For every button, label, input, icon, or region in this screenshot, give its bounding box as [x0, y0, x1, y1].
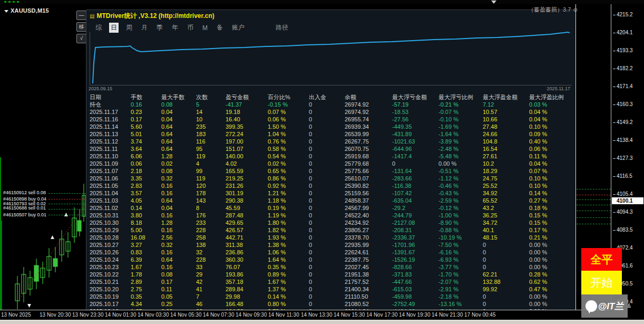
- table-row: 2025.10.273.270.32138311.381.38 %022935.…: [90, 241, 575, 249]
- chevron-down-icon: [4, 10, 8, 13]
- table-cell: -10.19 %: [438, 234, 483, 241]
- table-row: 2025.11.090.060.0244.020.02 %025779.6800…: [90, 160, 575, 167]
- table-cell: 2025.10.30: [90, 219, 131, 226]
- order-line: [48, 193, 86, 194]
- time-axis[interactable]: 13 Nov 202513 Nov 20:3013 Nov 23:3014 No…: [0, 310, 644, 320]
- table-cell: 33: [196, 263, 226, 271]
- column-header: 余额: [345, 93, 392, 101]
- price-tick-label: 4083.5: [617, 227, 633, 233]
- table-cell: 176: [196, 212, 226, 219]
- table-cell: -3.77 %: [438, 263, 483, 271]
- time-tick-label: 14 Nov 07:30: [203, 312, 235, 318]
- table-cell: -1391.67: [392, 249, 438, 256]
- table-cell: 442.71: [226, 234, 268, 241]
- table-cell: 0.09 %: [529, 130, 569, 138]
- table-cell: -1.69 %: [438, 123, 483, 130]
- table-cell: 0.17: [131, 116, 161, 123]
- table-cell: -18.53: [392, 108, 438, 116]
- table-cell: 24.75: [483, 175, 529, 182]
- table-row: 2025.11.020.140.04845.590.19 %024567.99-…: [90, 204, 575, 212]
- table-cell: 0.83: [131, 249, 161, 256]
- panel-side-button-0[interactable]: —: [76, 11, 86, 20]
- panel-side-button-2[interactable]: √: [76, 34, 86, 43]
- table-cell: 0.65 %: [268, 167, 309, 175]
- table-cell: -431.89: [392, 130, 438, 138]
- table-cell: 0: [309, 130, 345, 138]
- table-cell: 2025.10.28: [90, 234, 131, 241]
- table-cell: 0: [309, 123, 345, 130]
- table-cell: 1.28: [161, 153, 196, 160]
- chevron-down-icon[interactable]: [491, 1, 496, 4]
- table-cell: 2025.11.10: [90, 153, 131, 160]
- table-cell: 95: [196, 145, 226, 153]
- column-header: 日期: [90, 93, 131, 101]
- table-cell: 26974.92: [345, 101, 392, 108]
- table-cell: 1.93 %: [268, 234, 309, 241]
- table-cell: -8.90 %: [438, 219, 483, 226]
- table-cell: 2025.11.14: [90, 123, 131, 130]
- table-cell: -615.03: [392, 285, 438, 293]
- candlestick-chart: [0, 4, 86, 310]
- price-tick-label: 4138.4: [617, 137, 633, 143]
- table-cell: 5.60: [131, 123, 161, 130]
- table-cell: 219.25: [226, 175, 268, 182]
- price-chart[interactable]: XAUUSD,M15: [0, 4, 86, 310]
- table-cell: -0.21 %: [438, 101, 483, 108]
- table-cell: 0.76 %: [268, 138, 309, 145]
- table-row: 2025.11.145.600.64235399.351.50 %026939.…: [90, 123, 575, 130]
- table-row: 2025.10.246.390.64228360.301.64 %022387.…: [90, 256, 575, 263]
- panel-right-border: [575, 4, 576, 310]
- table-cell: -2752.49: [392, 300, 438, 308]
- close-all-button[interactable]: 全平: [581, 248, 622, 271]
- table-cell: 0: [309, 234, 345, 241]
- table-cell: 7: [196, 293, 226, 300]
- table-cell: 0: [483, 256, 529, 263]
- toolbar-decoration: [4, 1, 20, 3]
- table-cell: 0.16: [131, 101, 161, 108]
- table-cell: 10.57: [483, 108, 529, 116]
- table-cell: -1526.19: [392, 256, 438, 263]
- table-cell: 0.62 %: [529, 278, 569, 285]
- table-cell: -2.18 %: [438, 293, 483, 300]
- table-cell: -208.31: [392, 226, 438, 234]
- current-price-marker: 4100.1: [612, 197, 643, 204]
- table-cell: 40.1: [483, 226, 529, 234]
- table-cell: 429.65: [226, 219, 268, 226]
- stop-line: [577, 195, 611, 195]
- table-cell: 99.92: [483, 285, 529, 293]
- table-cell: 24858.37: [345, 197, 392, 204]
- chart-start-date: 2025.09.15: [89, 86, 112, 91]
- table-cell: 0: [309, 293, 345, 300]
- price-tick-label: 4204.1: [617, 30, 633, 35]
- table-cell: 6.39: [131, 256, 161, 263]
- table-cell: 197.00: [226, 138, 268, 145]
- table-cell: 0.15 %: [529, 219, 569, 226]
- table-cell: 2025.10.27: [90, 241, 131, 249]
- table-cell: -644.96: [392, 145, 438, 153]
- table-cell: 46: [196, 300, 226, 308]
- table-cell: -0.88 %: [438, 226, 483, 234]
- table-cell: 0.17 %: [529, 226, 569, 234]
- panel-icon: ▤: [90, 13, 94, 19]
- table-cell: 0.06: [131, 160, 161, 167]
- time-tick-label: 14 Nov 17:30: [366, 312, 398, 318]
- start-button[interactable]: 开始: [581, 271, 622, 294]
- table-cell: 2025.11.03: [90, 197, 131, 204]
- table-cell: 178: [196, 189, 226, 197]
- table-row: 2025.11.113.640.6495151.070.58 %026070.7…: [90, 145, 575, 153]
- table-cell: 0: [309, 249, 345, 256]
- table-cell: 2025.10.24: [90, 256, 131, 263]
- panel-side-button-1[interactable]: 移: [76, 22, 86, 32]
- table-cell: 258: [196, 234, 226, 241]
- table-cell: 2025.11.02: [90, 204, 131, 212]
- order-line: [48, 204, 86, 204]
- table-cell: 0.08: [161, 271, 196, 278]
- table-cell: -131.64: [392, 167, 438, 175]
- table-cell: 0.04: [161, 116, 196, 123]
- mtdriver-panel[interactable]: ▤MTDriver统计 ,V3.12 (http://mtdriver.cn) …: [86, 9, 576, 310]
- table-cell: 0.00 %: [529, 293, 569, 300]
- table-cell: 0: [309, 167, 345, 175]
- table-cell: 23378.70: [345, 234, 392, 241]
- table-cell: 360.30: [226, 256, 268, 263]
- table-cell: 0.00 %: [529, 249, 569, 256]
